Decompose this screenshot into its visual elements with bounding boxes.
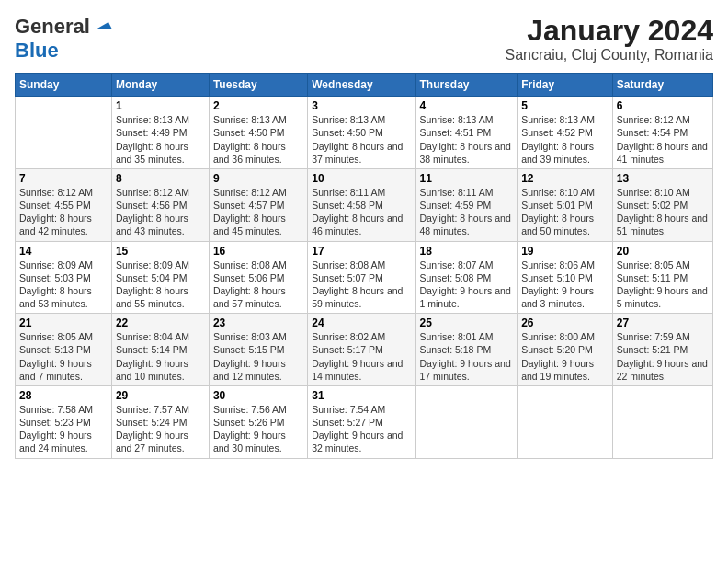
sunset-text: Sunset: 4:50 PM [312,127,383,138]
day-info: Sunrise: 8:08 AM Sunset: 5:07 PM Dayligh… [312,259,411,311]
daylight-text: Daylight: 9 hours and 30 minutes. [213,430,286,454]
sunrise-text: Sunrise: 8:08 AM [213,259,287,270]
sunset-text: Sunset: 5:13 PM [19,344,91,355]
week-row-1: 1 Sunrise: 8:13 AM Sunset: 4:49 PM Dayli… [16,97,713,169]
days-header-row: Sunday Monday Tuesday Wednesday Thursday… [16,74,713,97]
sunset-text: Sunset: 5:07 PM [312,272,383,283]
cell-w5-d2: 30 Sunrise: 7:56 AM Sunset: 5:26 PM Dayl… [209,385,307,458]
day-number: 22 [116,316,205,329]
day-number: 24 [312,316,411,329]
cell-w5-d0: 28 Sunrise: 7:58 AM Sunset: 5:23 PM Dayl… [16,385,112,458]
sunset-text: Sunset: 4:58 PM [312,200,383,211]
sunrise-text: Sunrise: 8:11 AM [420,187,494,198]
calendar-title: January 2024 [506,15,713,47]
logo-blue-text: Blue [15,39,59,62]
day-info: Sunrise: 8:02 AM Sunset: 5:17 PM Dayligh… [312,330,411,383]
sunrise-text: Sunrise: 8:05 AM [617,259,690,270]
logo-general-text: General [15,15,90,39]
cell-w4-d1: 22 Sunrise: 8:04 AM Sunset: 5:14 PM Dayl… [111,314,209,386]
cell-w2-d1: 8 Sunrise: 8:12 AM Sunset: 4:56 PM Dayli… [111,168,209,241]
header: General Blue January 2024 Sancraiu, Cluj… [15,15,713,63]
sunrise-text: Sunrise: 8:05 AM [19,331,93,342]
week-row-3: 14 Sunrise: 8:09 AM Sunset: 5:03 PM Dayl… [16,241,713,314]
col-thursday: Thursday [415,74,518,97]
day-info: Sunrise: 8:08 AM Sunset: 5:06 PM Dayligh… [213,259,303,311]
cell-w3-d0: 14 Sunrise: 8:09 AM Sunset: 5:03 PM Dayl… [16,241,112,314]
sunset-text: Sunset: 5:15 PM [213,344,285,355]
sunset-text: Sunset: 4:55 PM [19,200,91,211]
col-saturday: Saturday [612,74,712,97]
day-number: 5 [521,99,609,112]
day-info: Sunrise: 8:01 AM Sunset: 5:18 PM Dayligh… [420,330,514,383]
sunset-text: Sunset: 4:59 PM [420,200,492,211]
cell-w3-d2: 16 Sunrise: 8:08 AM Sunset: 5:06 PM Dayl… [209,241,307,314]
daylight-text: Daylight: 9 hours and 14 minutes. [312,358,403,382]
day-info: Sunrise: 8:12 AM Sunset: 4:56 PM Dayligh… [116,186,205,238]
sunset-text: Sunset: 4:51 PM [420,127,492,138]
cell-w3-d1: 15 Sunrise: 8:09 AM Sunset: 5:04 PM Dayl… [111,241,209,314]
daylight-text: Daylight: 8 hours and 48 minutes. [420,213,511,236]
day-number: 30 [213,389,303,402]
day-info: Sunrise: 8:05 AM Sunset: 5:13 PM Dayligh… [19,330,108,383]
daylight-text: Daylight: 8 hours and 55 minutes. [116,285,188,309]
logo-icon [92,13,112,33]
sunrise-text: Sunrise: 8:13 AM [116,114,189,125]
daylight-text: Daylight: 8 hours and 38 minutes. [420,141,511,165]
day-number: 8 [116,172,205,185]
day-info: Sunrise: 7:54 AM Sunset: 5:27 PM Dayligh… [312,403,411,455]
day-number: 11 [420,172,514,185]
week-row-5: 28 Sunrise: 7:58 AM Sunset: 5:23 PM Dayl… [16,385,713,458]
cell-w3-d4: 18 Sunrise: 8:07 AM Sunset: 5:08 PM Dayl… [415,241,518,314]
col-tuesday: Tuesday [209,74,307,97]
sunset-text: Sunset: 4:50 PM [213,127,285,138]
day-number: 1 [116,99,205,112]
day-info: Sunrise: 8:12 AM Sunset: 4:54 PM Dayligh… [617,113,709,166]
sunrise-text: Sunrise: 8:00 AM [521,331,595,342]
day-info: Sunrise: 8:03 AM Sunset: 5:15 PM Dayligh… [213,330,303,383]
day-number: 20 [617,245,709,258]
daylight-text: Daylight: 9 hours and 17 minutes. [420,358,511,382]
col-sunday: Sunday [16,74,112,97]
sunrise-text: Sunrise: 8:12 AM [19,187,93,198]
day-number: 18 [420,245,514,258]
sunset-text: Sunset: 5:26 PM [213,417,285,428]
daylight-text: Daylight: 8 hours and 43 minutes. [116,213,188,236]
daylight-text: Daylight: 8 hours and 51 minutes. [617,213,708,236]
day-info: Sunrise: 8:05 AM Sunset: 5:11 PM Dayligh… [617,259,709,311]
sunrise-text: Sunrise: 7:54 AM [312,404,385,415]
cell-w1-d0 [16,97,112,169]
daylight-text: Daylight: 9 hours and 1 minute. [420,285,511,309]
day-number: 21 [19,316,108,329]
cell-w4-d4: 25 Sunrise: 8:01 AM Sunset: 5:18 PM Dayl… [415,314,518,386]
day-number: 19 [521,245,609,258]
calendar-container: General Blue January 2024 Sancraiu, Cluj… [0,0,728,563]
day-info: Sunrise: 7:58 AM Sunset: 5:23 PM Dayligh… [19,403,108,455]
daylight-text: Daylight: 8 hours and 39 minutes. [521,141,594,165]
day-number: 6 [617,99,709,112]
sunrise-text: Sunrise: 8:13 AM [420,114,494,125]
day-number: 17 [312,245,411,258]
sunrise-text: Sunrise: 8:06 AM [521,259,595,270]
day-number: 29 [116,389,205,402]
daylight-text: Daylight: 9 hours and 24 minutes. [19,430,92,454]
daylight-text: Daylight: 8 hours and 45 minutes. [213,213,286,236]
daylight-text: Daylight: 8 hours and 46 minutes. [312,213,403,236]
col-monday: Monday [111,74,209,97]
sunset-text: Sunset: 5:04 PM [116,272,188,283]
day-number: 13 [617,172,709,185]
day-info: Sunrise: 8:07 AM Sunset: 5:08 PM Dayligh… [420,259,514,311]
sunrise-text: Sunrise: 7:57 AM [116,404,189,415]
cell-w3-d5: 19 Sunrise: 8:06 AM Sunset: 5:10 PM Dayl… [518,241,613,314]
daylight-text: Daylight: 9 hours and 19 minutes. [521,358,594,382]
sunrise-text: Sunrise: 7:58 AM [19,404,93,415]
col-friday: Friday [518,74,613,97]
day-number: 26 [521,316,609,329]
day-info: Sunrise: 7:57 AM Sunset: 5:24 PM Dayligh… [116,403,205,455]
sunset-text: Sunset: 5:27 PM [312,417,383,428]
day-info: Sunrise: 8:00 AM Sunset: 5:20 PM Dayligh… [521,330,609,383]
cell-w1-d3: 3 Sunrise: 8:13 AM Sunset: 4:50 PM Dayli… [308,97,415,169]
cell-w5-d6 [612,385,712,458]
daylight-text: Daylight: 8 hours and 53 minutes. [19,285,92,309]
sunset-text: Sunset: 5:11 PM [617,272,688,283]
cell-w2-d4: 11 Sunrise: 8:11 AM Sunset: 4:59 PM Dayl… [415,168,518,241]
